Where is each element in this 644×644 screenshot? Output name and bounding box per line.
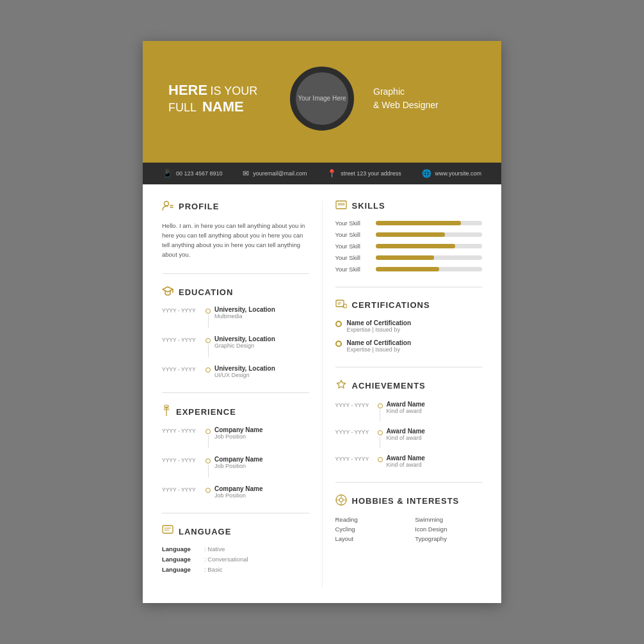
skill-item: Your Skill (335, 220, 483, 227)
header-name-block: HERE IS YOUR FULL NAME (168, 82, 271, 115)
experience-position: Job Position (214, 492, 309, 499)
achieve-dot-col (378, 401, 383, 421)
certifications-section-label: CERTIFICATIONS (352, 300, 430, 310)
skill-label: Your Skill (335, 231, 371, 238)
education-degree: Graphic Design (214, 342, 309, 349)
photo-outer-circle: Your Image Here (290, 67, 354, 131)
name-here: HERE (168, 82, 207, 98)
achievement-content: Award Name Kind of award (387, 428, 483, 441)
experience-title: EXPERIENCE (162, 405, 309, 419)
achievement-kind: Kind of award (387, 408, 483, 414)
experience-company: Company Name (214, 456, 309, 463)
education-item: YYYY - YYYY University, Location Graphic… (162, 335, 309, 357)
skill-item: Your Skill (335, 231, 483, 238)
address-text: street 123 your address (341, 170, 401, 177)
phone-icon: 📱 (163, 169, 172, 178)
education-date: YYYY - YYYY (162, 365, 202, 373)
skill-bar-background (376, 267, 483, 271)
achieve-dot (378, 430, 383, 435)
cert-content: Name of Certification Expertise | Issued… (347, 339, 412, 353)
education-degree: Multimedia (214, 313, 309, 319)
language-icon (162, 525, 173, 538)
skill-bar-background (376, 244, 483, 248)
left-column: PROFILE Hello. I am. in here you can tel… (162, 200, 323, 588)
education-school: University, Location (214, 365, 309, 372)
certifications-list: Name of Certification Expertise | Issued… (335, 319, 483, 353)
achievements-icon (335, 379, 347, 393)
timeline-dot (205, 488, 211, 493)
skill-bar-fill (376, 255, 435, 260)
education-section: EDUCATION YYYY - YYYY University, Locati… (162, 286, 309, 378)
cert-sub: Expertise | Issued by (347, 346, 412, 353)
timeline-dot (205, 338, 211, 343)
achieve-dot (378, 403, 383, 408)
svg-point-18 (339, 498, 343, 502)
phone-text: 00 123 4567 8910 (176, 170, 223, 177)
achieve-dot (378, 457, 383, 462)
education-content: University, Location Graphic Design (214, 335, 309, 349)
experience-item: YYYY - YYYY Company Name Job Position (162, 456, 309, 478)
email-icon: ✉ (243, 169, 249, 178)
skill-item: Your Skill (335, 266, 483, 273)
timeline-dot (205, 458, 211, 463)
experience-section: EXPERIENCE YYYY - YYYY Company Name Job … (162, 405, 309, 499)
contact-address: 📍 street 123 your address (327, 169, 401, 178)
skill-bar-fill (376, 221, 461, 225)
language-item: Language : Basic (162, 566, 309, 573)
skill-label: Your Skill (335, 266, 371, 273)
photo-inner-circle: Your Image Here (296, 72, 348, 125)
education-school: University, Location (214, 306, 309, 313)
achievement-date: YYYY - YYYY (335, 401, 374, 408)
name-name: NAME (202, 99, 244, 115)
skill-label: Your Skill (335, 243, 371, 250)
experience-section-label: EXPERIENCE (176, 407, 236, 417)
resume-header: HERE IS YOUR FULL NAME Your Image Here G… (143, 41, 501, 163)
achievement-date: YYYY - YYYY (335, 455, 374, 462)
achievement-kind: Kind of award (387, 462, 483, 468)
skills-icon (335, 200, 347, 212)
skill-bar-background (376, 221, 483, 225)
achievement-name: Award Name (387, 401, 483, 408)
header-title-block: Graphic & Web Designer (373, 85, 476, 112)
education-date: YYYY - YYYY (162, 306, 202, 314)
skill-bar-fill (376, 232, 445, 237)
achievement-item: YYYY - YYYY Award Name Kind of award (335, 455, 483, 468)
email-text: youremail@mail.com (253, 170, 307, 177)
achievement-content: Award Name Kind of award (387, 401, 483, 414)
experience-date: YYYY - YYYY (162, 456, 202, 463)
cert-dot (335, 321, 342, 327)
certifications-section: CERTIFICATIONS Name of Certification Exp… (335, 299, 483, 353)
right-column: SKILLS Your Skill Your Skill Your Skill … (323, 200, 483, 588)
skill-label: Your Skill (335, 254, 371, 261)
experience-date: YYYY - YYYY (162, 426, 202, 434)
hobby-item: Reading (335, 516, 403, 523)
experience-item: YYYY - YYYY Company Name Job Position (162, 485, 309, 499)
education-item: YYYY - YYYY University, Location UI/UX D… (162, 365, 309, 378)
experience-content: Company Name Job Position (214, 426, 309, 440)
timeline-dot-col (205, 456, 211, 478)
experience-date: YYYY - YYYY (162, 485, 202, 493)
timeline-dot (205, 367, 211, 373)
education-section-label: EDUCATION (179, 287, 233, 297)
experience-item: YYYY - YYYY Company Name Job Position (162, 426, 309, 448)
experience-content: Company Name Job Position (214, 456, 309, 469)
contact-website: 🌐 www.yoursite.com (422, 169, 482, 178)
achievement-item: YYYY - YYYY Award Name Kind of award (335, 428, 483, 448)
title-line2: & Web Designer (373, 100, 439, 110)
certifications-title: CERTIFICATIONS (335, 299, 483, 312)
timeline-dot-col (205, 306, 211, 328)
resume-body: PROFILE Hello. I am. in here you can tel… (143, 184, 501, 604)
education-item: YYYY - YYYY University, Location Multime… (162, 306, 309, 328)
svg-rect-7 (163, 526, 173, 533)
language-level: : Basic (204, 566, 223, 573)
certification-item: Name of Certification Expertise | Issued… (335, 319, 483, 333)
profile-text: Hello. I am. in here you can tell anythi… (162, 221, 309, 260)
skill-label: Your Skill (335, 220, 371, 227)
timeline-dot-col (205, 335, 211, 357)
language-section-label: LANGUAGE (179, 527, 231, 536)
svg-rect-13 (336, 300, 344, 307)
resume-document: HERE IS YOUR FULL NAME Your Image Here G… (143, 41, 501, 604)
education-date: YYYY - YYYY (162, 335, 202, 343)
name-is-your: IS YOUR (211, 85, 258, 97)
skills-section: SKILLS Your Skill Your Skill Your Skill … (335, 200, 483, 273)
